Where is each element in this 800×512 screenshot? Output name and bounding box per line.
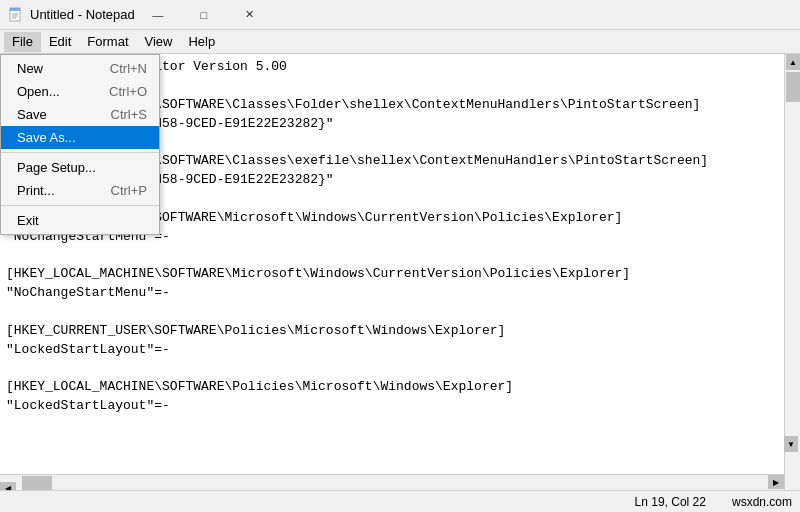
minimize-button[interactable]: — [135, 0, 181, 30]
menu-item-page-setup[interactable]: Page Setup... [1, 156, 159, 179]
menu-separator-1 [1, 152, 159, 153]
window-title: Untitled - Notepad [30, 7, 135, 22]
file-dropdown-menu: New Ctrl+N Open... Ctrl+O Save Ctrl+S Sa… [0, 54, 160, 235]
menu-view[interactable]: View [137, 32, 181, 52]
menu-bar: File Edit Format View Help New Ctrl+N Op… [0, 30, 800, 54]
svg-rect-1 [10, 8, 20, 11]
window-controls: — □ ✕ [135, 0, 273, 30]
menu-help[interactable]: Help [180, 32, 223, 52]
maximize-button[interactable]: □ [181, 0, 227, 30]
vertical-scrollbar[interactable]: ▲ ▼ [784, 54, 800, 490]
app-icon [8, 7, 24, 23]
title-bar: Untitled - Notepad — □ ✕ [0, 0, 800, 30]
status-bar: Ln 19, Col 22 wsxdn.com [0, 490, 800, 512]
menu-edit[interactable]: Edit [41, 32, 79, 52]
status-extra: wsxdn.com [732, 495, 792, 509]
menu-separator-2 [1, 205, 159, 206]
menu-item-print[interactable]: Print... Ctrl+P [1, 179, 159, 202]
horizontal-scrollbar[interactable]: ◀ ▶ [0, 474, 784, 490]
menu-item-save-as[interactable]: Save As... [1, 126, 159, 149]
menu-file[interactable]: File [4, 32, 41, 52]
cursor-position: Ln 19, Col 22 [635, 495, 706, 509]
menu-item-exit[interactable]: Exit [1, 209, 159, 232]
menu-item-open[interactable]: Open... Ctrl+O [1, 80, 159, 103]
menu-item-save[interactable]: Save Ctrl+S [1, 103, 159, 126]
menu-format[interactable]: Format [79, 32, 136, 52]
menu-item-new[interactable]: New Ctrl+N [1, 57, 159, 80]
close-button[interactable]: ✕ [227, 0, 273, 30]
